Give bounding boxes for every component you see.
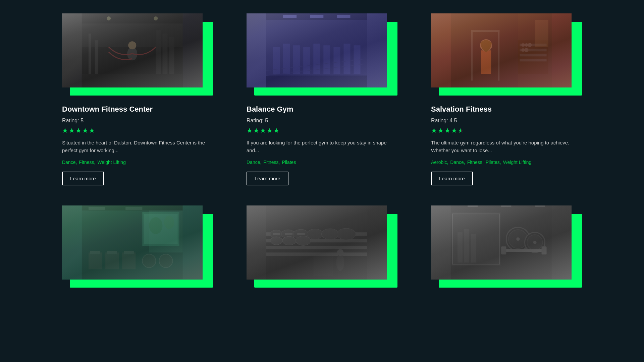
gym-image <box>247 13 387 87</box>
svg-rect-28 <box>337 15 350 18</box>
svg-point-5 <box>127 47 137 60</box>
svg-point-93 <box>506 227 530 251</box>
svg-rect-35 <box>520 49 546 51</box>
svg-rect-87 <box>451 205 552 280</box>
svg-point-53 <box>149 217 162 234</box>
svg-point-42 <box>524 48 528 52</box>
svg-rect-43 <box>481 50 491 74</box>
gym-image <box>431 205 572 280</box>
svg-rect-34 <box>520 44 546 46</box>
svg-point-77 <box>337 228 356 240</box>
gym-description: Situated in the heart of Dalston, Downto… <box>62 139 213 154</box>
svg-rect-45 <box>471 30 473 80</box>
gym-rating-text: Rating: 4.5 <box>431 118 582 124</box>
gym-tags: AerobicDanceFitnessPilatesWeight Lifting <box>431 160 582 165</box>
svg-rect-59 <box>122 252 136 269</box>
svg-rect-32 <box>518 13 551 87</box>
svg-rect-14 <box>266 13 367 87</box>
svg-rect-4 <box>95 40 98 74</box>
gym-description: If you are looking for the perfect gym t… <box>247 139 397 154</box>
svg-point-38 <box>521 43 525 47</box>
svg-rect-82 <box>285 233 292 235</box>
gym-name: Balance Gym <box>247 105 397 114</box>
star-full: ★ <box>438 126 444 134</box>
svg-rect-55 <box>89 252 102 269</box>
svg-point-44 <box>480 39 492 51</box>
star-full: ★ <box>75 126 82 134</box>
svg-rect-90 <box>458 232 463 262</box>
svg-rect-25 <box>266 13 367 20</box>
svg-rect-3 <box>89 34 91 74</box>
svg-rect-58 <box>107 251 117 254</box>
svg-point-39 <box>525 43 528 47</box>
gym-grid: Downtown Fitness Center Rating: 5 ★★★★★ … <box>62 13 582 297</box>
svg-point-6 <box>128 41 136 49</box>
svg-rect-31 <box>451 13 552 87</box>
svg-rect-63 <box>82 205 183 210</box>
svg-rect-60 <box>124 251 134 254</box>
gym-image-wrapper <box>247 13 397 96</box>
gym-image-wrapper <box>431 205 582 288</box>
svg-rect-51 <box>142 212 179 246</box>
svg-rect-27 <box>310 15 323 18</box>
star-full: ★ <box>444 126 450 134</box>
svg-rect-92 <box>471 234 476 262</box>
svg-rect-7 <box>156 30 161 74</box>
svg-point-76 <box>321 229 339 239</box>
svg-point-94 <box>508 230 527 248</box>
svg-rect-21 <box>323 45 330 74</box>
star-full: ★ <box>431 126 437 134</box>
svg-rect-20 <box>313 44 320 74</box>
gym-tag: Weight Lifting <box>503 160 532 165</box>
svg-rect-19 <box>303 47 310 74</box>
svg-rect-52 <box>144 214 177 244</box>
svg-rect-66 <box>266 205 367 280</box>
svg-rect-24 <box>354 45 361 74</box>
svg-line-29 <box>266 64 367 75</box>
svg-rect-67 <box>266 205 367 280</box>
gym-rating-text: Rating: 5 <box>62 118 213 124</box>
svg-point-73 <box>281 230 295 238</box>
star-full: ★ <box>253 126 259 134</box>
star-rating: ★★★★ ★ ★ <box>431 126 582 134</box>
svg-rect-36 <box>520 54 546 56</box>
gym-image-wrapper <box>431 13 582 96</box>
learn-more-button[interactable]: Learn more <box>431 172 473 185</box>
svg-rect-10 <box>82 13 183 23</box>
svg-rect-99 <box>503 249 543 252</box>
star-full: ★ <box>267 126 273 134</box>
svg-rect-71 <box>266 252 367 256</box>
gym-tag: Fitness <box>79 160 95 165</box>
svg-rect-23 <box>343 44 350 74</box>
gym-tag: Dance <box>247 160 261 165</box>
svg-rect-101 <box>542 246 547 254</box>
svg-rect-83 <box>297 233 305 235</box>
gym-card-balance-gym: Balance Gym Rating: 5 ★★★★★ If you are l… <box>247 13 397 185</box>
gym-card-gym-6 <box>431 205 582 297</box>
svg-point-72 <box>270 230 282 238</box>
svg-rect-81 <box>273 233 280 235</box>
gym-name: Downtown Fitness Center <box>62 105 213 114</box>
svg-point-75 <box>307 229 323 239</box>
svg-rect-56 <box>90 251 100 254</box>
gym-tags: DanceFitnessWeight Lifting <box>62 160 213 165</box>
svg-rect-86 <box>313 256 333 276</box>
svg-rect-49 <box>82 205 183 280</box>
star-full: ★ <box>247 126 253 134</box>
svg-point-40 <box>528 43 532 47</box>
gym-image <box>62 13 203 87</box>
learn-more-button[interactable]: Learn more <box>247 172 288 185</box>
svg-point-74 <box>293 229 308 239</box>
learn-more-button[interactable]: Learn more <box>62 172 104 185</box>
svg-rect-17 <box>283 44 290 74</box>
gym-image-wrapper <box>247 205 397 288</box>
svg-rect-69 <box>266 239 367 242</box>
svg-point-84 <box>336 254 344 271</box>
gym-image <box>62 205 203 280</box>
svg-rect-91 <box>464 229 469 262</box>
gym-image <box>431 13 572 87</box>
gym-image-wrapper <box>62 205 213 288</box>
star-full: ★ <box>89 126 95 134</box>
svg-point-85 <box>337 249 343 256</box>
gym-tag: Pilates <box>486 160 501 165</box>
